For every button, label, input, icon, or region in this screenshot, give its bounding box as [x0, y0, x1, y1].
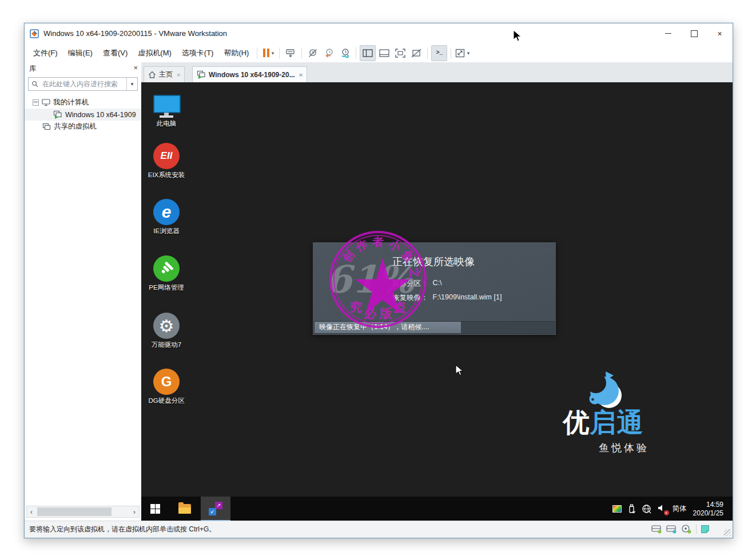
- fullscreen-icon: [395, 49, 405, 58]
- home-icon: [148, 71, 156, 78]
- revert-snapshot-button[interactable]: [321, 46, 336, 61]
- search-input[interactable]: [41, 79, 126, 89]
- tab-vm-label: Windows 10 x64-1909-20...: [209, 71, 295, 79]
- send-ctrl-alt-del-button[interactable]: [283, 46, 298, 61]
- minimize-button[interactable]: [655, 23, 681, 43]
- display-settings-tray-icon[interactable]: [612, 505, 622, 513]
- library-hscrollbar[interactable]: ‹ ›: [26, 506, 140, 518]
- fit-guest-button[interactable]: ▾: [455, 46, 469, 61]
- close-button[interactable]: ×: [707, 23, 733, 43]
- eix-installer-icon: EII: [153, 143, 180, 169]
- menu-vm[interactable]: 虚拟机(M): [133, 43, 177, 62]
- collapse-icon[interactable]: [33, 99, 39, 106]
- file-explorer-icon: [178, 504, 191, 514]
- fullscreen-button[interactable]: [393, 46, 408, 61]
- pause-button[interactable]: ▾: [261, 46, 276, 61]
- icon-label: EIX系统安装: [142, 171, 190, 179]
- take-snapshot-button[interactable]: [305, 46, 320, 61]
- vm-screen[interactable]: 此电脑 EII EIX系统安装 e IE浏览器 PE网络管理 ⚙ 万能驱动7: [141, 82, 733, 521]
- icon-label: 此电脑: [142, 119, 190, 128]
- cd-drive-icon[interactable]: [681, 525, 692, 534]
- volume-muted-tray-icon[interactable]: ×: [658, 504, 666, 514]
- menu-tabs[interactable]: 选项卡(T): [177, 43, 219, 62]
- desktop-icon-dg-partition[interactable]: G DG硬盘分区: [142, 365, 190, 405]
- icon-label: DG硬盘分区: [142, 397, 190, 405]
- show-thumbnail-bar-button[interactable]: [377, 46, 392, 61]
- desktop-icon-driver-tool[interactable]: ⚙ 万能驱动7: [142, 309, 190, 349]
- status-message: 要将输入定向到该虚拟机，请在虚拟机内部单击或按 Ctrl+G。: [29, 525, 216, 534]
- ctrl-alt-del-icon: [285, 48, 296, 58]
- resize-grip[interactable]: [724, 529, 731, 536]
- network-globe-tray-icon[interactable]: [642, 504, 651, 514]
- menubar: 文件(F) 编辑(E) 查看(V) 虚拟机(M) 选项卡(T) 帮助(H) ▾: [25, 43, 733, 63]
- menu-edit[interactable]: 编辑(E): [63, 43, 98, 62]
- target-partition-value: C:\: [433, 279, 442, 289]
- file-explorer-button[interactable]: [171, 497, 198, 521]
- taskbar-clock[interactable]: 14:59 2020/1/25: [693, 501, 723, 518]
- vm-tab-icon: [197, 70, 206, 79]
- take-snapshot-icon: [308, 48, 318, 58]
- device-status-icons: [651, 521, 710, 537]
- tab-home-label: 主页: [159, 70, 173, 79]
- ime-indicator[interactable]: 简体: [673, 504, 687, 514]
- vmware-window: Windows 10 x64-1909-20200115 - VMware Wo…: [24, 23, 733, 538]
- fit-guest-icon: [455, 49, 465, 58]
- message-note-icon[interactable]: [701, 525, 710, 534]
- brand-name-rest: 启通: [590, 407, 644, 437]
- brand-tagline: 鱼悦体验: [556, 441, 650, 455]
- tree-item-vm[interactable]: Windows 10 x64-1909: [25, 109, 141, 121]
- tab-vm-close-icon[interactable]: ×: [299, 71, 303, 78]
- window-title: Windows 10 x64-1909-20200115 - VMware Wo…: [43, 29, 227, 38]
- desktop-icon-ie-browser[interactable]: e IE浏览器: [142, 195, 190, 235]
- scroll-right-icon[interactable]: ›: [130, 508, 139, 516]
- tab-home[interactable]: 主页 ×: [144, 66, 185, 82]
- dg-partition-icon: G: [153, 369, 180, 395]
- tab-vm[interactable]: Windows 10 x64-1909-20... ×: [192, 66, 307, 82]
- stamp-char: 究: [350, 301, 363, 314]
- library-tree: 我的计算机 Windows 10 x64-1909 共享的虚拟机: [25, 97, 141, 133]
- stamp-char: 版: [380, 307, 392, 320]
- scroll-thumb[interactable]: [37, 507, 112, 516]
- pause-icon: [263, 49, 269, 57]
- menu-file[interactable]: 文件(F): [28, 43, 63, 62]
- menu-view[interactable]: 查看(V): [98, 43, 133, 62]
- show-library-button[interactable]: [360, 45, 376, 61]
- manage-snapshots-icon: [340, 48, 350, 58]
- pause-dropdown-icon[interactable]: ▾: [272, 50, 274, 56]
- tree-label-my-computer: 我的计算机: [53, 98, 89, 107]
- taskbar-active-app[interactable]: ↗ ↙: [201, 497, 230, 521]
- desktop-icon-eix-installer[interactable]: EII EIX系统安装: [142, 139, 190, 179]
- hard-disk-1-icon[interactable]: [651, 525, 662, 534]
- titlebar[interactable]: Windows 10 x64-1909-20200115 - VMware Wo…: [25, 23, 733, 43]
- desktop-icon-pe-network[interactable]: PE网络管理: [142, 252, 190, 292]
- search-dropdown-icon[interactable]: ▾: [126, 78, 137, 90]
- tree-item-my-computer[interactable]: 我的计算机: [25, 97, 141, 109]
- brand-fish-icon: [583, 371, 626, 410]
- clock-time: 14:59: [693, 501, 723, 509]
- library-close-icon[interactable]: ×: [133, 63, 138, 72]
- tree-item-shared-vms[interactable]: 共享的虚拟机: [25, 121, 141, 133]
- driver-tool-gear-icon: ⚙: [153, 313, 180, 339]
- this-pc-icon: [153, 95, 180, 118]
- restore-image-value: F:\1909\install.wim [1]: [433, 293, 502, 303]
- menu-help[interactable]: 帮助(H): [218, 43, 254, 62]
- usb-tray-icon[interactable]: [628, 504, 635, 514]
- unity-mode-button[interactable]: [409, 46, 424, 61]
- icon-label: IE浏览器: [142, 227, 190, 235]
- scroll-left-icon[interactable]: ‹: [27, 508, 36, 516]
- manage-snapshots-button[interactable]: [337, 46, 352, 61]
- computer-icon: [42, 99, 50, 106]
- tab-home-close-icon[interactable]: ×: [177, 71, 180, 78]
- library-sidebar: 库 × ▾ 我的计算机: [25, 62, 142, 521]
- library-search[interactable]: ▾: [28, 77, 138, 91]
- desktop-icon-this-pc[interactable]: 此电脑: [142, 88, 190, 128]
- maximize-button[interactable]: [681, 23, 707, 43]
- fit-guest-dropdown-icon[interactable]: ▾: [467, 50, 470, 56]
- icon-label: PE网络管理: [142, 283, 190, 292]
- hard-disk-2-icon[interactable]: [666, 525, 677, 534]
- clock-date: 2020/1/25: [693, 509, 723, 518]
- console-view-button[interactable]: >_: [431, 45, 447, 61]
- start-button[interactable]: [141, 497, 169, 521]
- revert-snapshot-icon: [324, 48, 334, 58]
- tabbar: 主页 × Windows 10 x64-1909-20... ×: [141, 62, 733, 82]
